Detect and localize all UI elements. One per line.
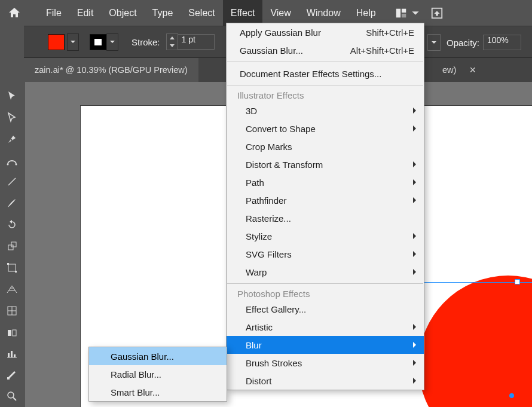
workspace-switcher-icon[interactable]	[395, 7, 410, 20]
selection-handle[interactable]	[515, 279, 520, 284]
submenu-arrow-icon	[412, 179, 417, 186]
pen-tool[interactable]	[2, 130, 22, 149]
menu-help[interactable]: Help	[348, 0, 384, 26]
menu-select[interactable]: Select	[181, 0, 222, 26]
menu-item-label: Brush Strokes	[246, 358, 302, 368]
menu-edit[interactable]: Edit	[69, 0, 102, 26]
effect-menu: Apply Gaussian Blur Shift+Ctrl+E Gaussia…	[226, 23, 424, 390]
brush-tool[interactable]	[2, 194, 22, 213]
menu-window[interactable]: Window	[299, 0, 348, 26]
mesh-tool[interactable]	[2, 301, 22, 320]
menu-object[interactable]: Object	[101, 0, 144, 26]
menu-item-stylize[interactable]: Stylize	[227, 227, 424, 245]
menu-item-label: Distort & Transform	[246, 160, 323, 170]
menu-item-distort-transform[interactable]: Distort & Transform	[227, 155, 424, 173]
svg-rect-9	[11, 242, 16, 247]
menu-item-label: Warp	[246, 267, 267, 277]
document-tab-2-fragment[interactable]: ew)	[442, 65, 456, 75]
zoom-tool[interactable]	[2, 387, 22, 406]
perspective-grid-tool[interactable]	[2, 280, 22, 299]
tab-close-icon[interactable]: ×	[469, 64, 476, 76]
menu-apply-last-effect[interactable]: Apply Gaussian Blur Shift+Ctrl+E	[227, 23, 424, 41]
menu-item-label: Document Raster Effects Settings...	[240, 69, 381, 79]
eyedropper-tool[interactable]	[2, 322, 22, 341]
svg-rect-17	[13, 330, 16, 336]
menu-item-blur[interactable]: Blur	[227, 336, 424, 354]
style-dropdown[interactable]	[427, 34, 441, 51]
menu-item-effect-gallery[interactable]: Effect Gallery...	[227, 300, 424, 318]
menu-item-svg-filters[interactable]: SVG Filters	[227, 245, 424, 263]
anchor-point[interactable]	[509, 393, 514, 398]
submenu-arrow-icon	[412, 377, 417, 384]
free-transform-tool[interactable]	[2, 258, 22, 277]
selection-tool[interactable]	[2, 87, 22, 106]
menu-item-convert-to-shape[interactable]: Convert to Shape	[227, 120, 424, 137]
menu-section-header: Illustrator Effects	[227, 88, 424, 102]
workspace-chevron-icon[interactable]	[410, 9, 420, 17]
svg-point-5	[7, 163, 9, 165]
menu-doc-raster-settings[interactable]: Document Raster Effects Settings...	[227, 65, 424, 82]
svg-rect-22	[7, 377, 10, 380]
tool-panel	[0, 82, 25, 407]
menu-item-3d[interactable]: 3D	[227, 102, 424, 120]
menu-item-label: Crop Marks	[246, 142, 292, 152]
menu-item-label: Radial Blur...	[111, 369, 161, 380]
stroke-weight-input[interactable]: 1 pt	[178, 34, 215, 50]
menu-item-path[interactable]: Path	[227, 173, 424, 191]
menu-type[interactable]: Type	[145, 0, 181, 26]
blur-submenu: Gaussian Blur...Radial Blur...Smart Blur…	[88, 347, 227, 402]
menu-item-label: Blur	[246, 340, 262, 350]
menu-item-label: Pathfinder	[246, 195, 286, 206]
direct-selection-tool[interactable]	[2, 108, 22, 127]
menu-shortcut: Shift+Ctrl+E	[366, 27, 414, 38]
menu-item-label: Stylize	[246, 231, 272, 241]
home-icon[interactable]	[7, 6, 38, 20]
submenu-arrow-icon	[412, 341, 417, 348]
column-graph-tool[interactable]	[2, 344, 22, 363]
svg-rect-18	[8, 353, 10, 357]
svg-line-24	[13, 397, 16, 400]
menu-file[interactable]: File	[38, 0, 69, 26]
submenu-arrow-icon	[412, 107, 417, 114]
stroke-dropdown[interactable]	[106, 33, 118, 51]
menu-item-pathfinder[interactable]: Pathfinder	[227, 191, 424, 209]
menu-item-distort[interactable]: Distort	[227, 372, 424, 390]
submenu-item-radial-blur[interactable]: Radial Blur...	[89, 365, 227, 383]
svg-rect-10	[8, 264, 16, 271]
menu-item-label: Path	[246, 178, 264, 188]
opacity-label: Opacity:	[447, 38, 479, 48]
menu-item-label: SVG Filters	[246, 249, 292, 259]
menu-item-rasterize[interactable]: Rasterize...	[227, 209, 424, 227]
fill-dropdown[interactable]	[67, 33, 79, 51]
document-tab[interactable]: zain.ai* @ 10.39% (RGB/GPU Preview)	[24, 58, 198, 82]
menu-item-brush-strokes[interactable]: Brush Strokes	[227, 354, 424, 372]
menu-item-warp[interactable]: Warp	[227, 263, 424, 281]
stroke-stepper[interactable]	[166, 33, 178, 50]
stroke-label: Stroke:	[132, 37, 160, 47]
curvature-tool[interactable]	[2, 151, 22, 170]
svg-line-7	[8, 178, 16, 185]
stroke-swatch[interactable]	[90, 34, 106, 50]
menu-last-effect[interactable]: Gaussian Blur... Alt+Shift+Ctrl+E	[227, 41, 424, 59]
menu-view[interactable]: View	[262, 0, 298, 26]
svg-rect-12	[15, 271, 17, 273]
line-tool[interactable]	[2, 172, 22, 191]
menu-item-label: Gaussian Blur...	[240, 45, 303, 56]
fill-swatch[interactable]	[48, 34, 65, 50]
menu-item-label: Distort	[246, 376, 271, 386]
opacity-input[interactable]: 100%	[483, 35, 521, 50]
submenu-item-gaussian-blur[interactable]: Gaussian Blur...	[89, 347, 227, 365]
menu-item-label: Effect Gallery...	[246, 304, 306, 314]
menu-item-label: Artistic	[246, 322, 273, 332]
menu-item-artistic[interactable]: Artistic	[227, 318, 424, 336]
svg-point-6	[16, 163, 17, 165]
svg-rect-11	[7, 263, 9, 265]
scale-tool[interactable]	[2, 237, 22, 256]
submenu-item-smart-blur[interactable]: Smart Blur...	[89, 383, 227, 401]
slice-tool[interactable]	[2, 365, 22, 384]
search-docs-icon[interactable]	[420, 7, 444, 20]
menu-item-crop-marks[interactable]: Crop Marks	[227, 137, 424, 155]
menu-effect[interactable]: Effect	[223, 0, 263, 26]
rotate-tool[interactable]	[2, 215, 22, 234]
submenu-arrow-icon	[412, 161, 417, 168]
